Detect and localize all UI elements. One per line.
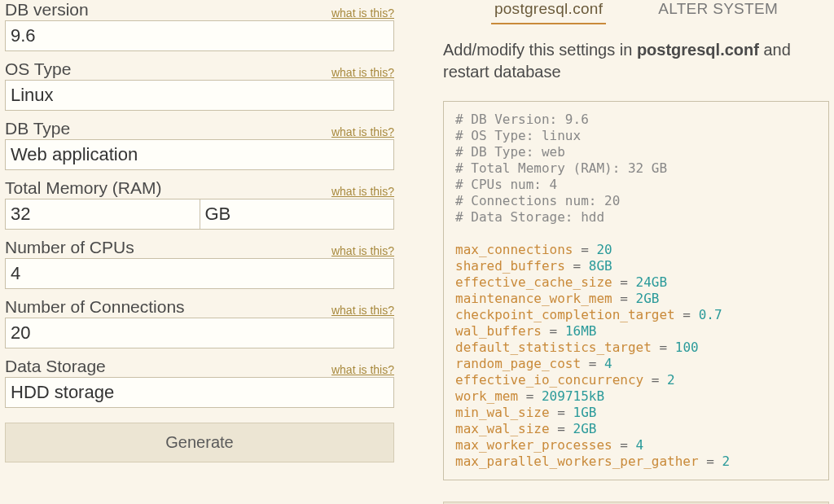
input-db-version[interactable] <box>5 20 394 51</box>
label-os-type: OS Type <box>5 59 71 79</box>
input-connections[interactable] <box>5 318 394 348</box>
generate-button[interactable]: Generate <box>5 423 394 462</box>
hint-connections[interactable]: what is this? <box>331 304 394 317</box>
field-memory: Total Memory (RAM) what is this? <box>5 178 394 230</box>
field-db-type: DB Type what is this? <box>5 119 394 170</box>
input-cpus[interactable] <box>5 258 394 289</box>
label-db-type: DB Type <box>5 119 70 138</box>
label-cpus: Number of CPUs <box>5 238 134 257</box>
select-memory-unit[interactable] <box>200 199 395 230</box>
field-db-version: DB version what is this? <box>5 0 394 51</box>
hint-os-type[interactable]: what is this? <box>331 66 394 79</box>
instruction-text: Add/modify this settings in postgresql.c… <box>443 39 829 83</box>
input-db-type[interactable] <box>5 139 394 170</box>
hint-db-version[interactable]: what is this? <box>331 7 394 20</box>
input-memory[interactable] <box>5 199 200 230</box>
output-tabs: postgresql.conf ALTER SYSTEM <box>443 0 829 24</box>
label-db-version: DB version <box>5 0 89 20</box>
hint-db-type[interactable]: what is this? <box>331 125 394 138</box>
hint-cpus[interactable]: what is this? <box>331 244 394 257</box>
field-connections: Number of Connections what is this? <box>5 297 394 348</box>
hint-storage[interactable]: what is this? <box>331 363 394 376</box>
input-os-type[interactable] <box>5 80 394 111</box>
tab-alter-system[interactable]: ALTER SYSTEM <box>655 0 781 24</box>
field-os-type: OS Type what is this? <box>5 59 394 111</box>
label-connections: Number of Connections <box>5 297 185 317</box>
field-storage: Data Storage what is this? <box>5 357 394 408</box>
config-output: # DB Version: 9.6 # OS Type: linux # DB … <box>443 101 829 480</box>
field-cpus: Number of CPUs what is this? <box>5 238 394 289</box>
hint-memory[interactable]: what is this? <box>331 185 394 198</box>
label-memory: Total Memory (RAM) <box>5 178 162 198</box>
tab-postgresql-conf[interactable]: postgresql.conf <box>491 0 606 24</box>
input-storage[interactable] <box>5 377 394 408</box>
label-storage: Data Storage <box>5 357 106 376</box>
